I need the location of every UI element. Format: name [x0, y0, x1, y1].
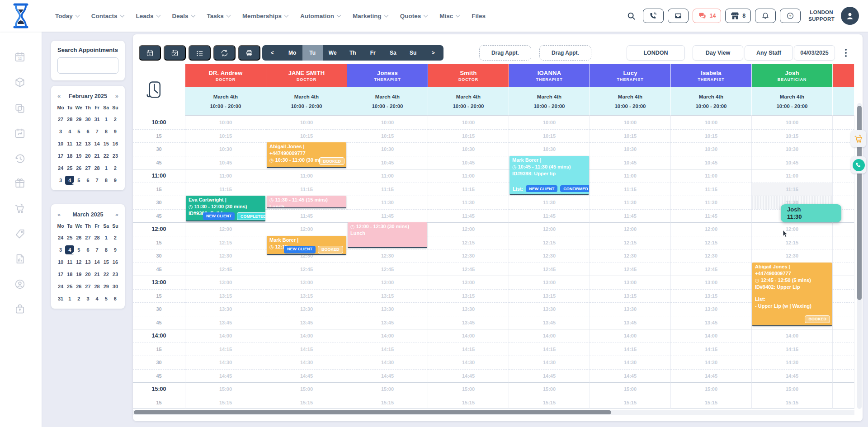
- appt-abigail-jones-1245[interactable]: Abigail Jones |+447490009777◷ 12:45 - 12…: [752, 263, 832, 326]
- time-slot[interactable]: [833, 222, 854, 236]
- calendar-day[interactable]: 5: [74, 176, 83, 185]
- time-slot[interactable]: [833, 249, 854, 263]
- time-slot[interactable]: 11:30: [347, 196, 428, 209]
- store-button[interactable]: 8: [725, 9, 751, 23]
- calendar-day[interactable]: 2: [111, 115, 120, 124]
- time-slot[interactable]: 11:00: [185, 169, 266, 183]
- calendar-check-button[interactable]: [164, 45, 186, 61]
- time-slot[interactable]: 12:00: [428, 222, 509, 236]
- horizontal-scrollbar[interactable]: [133, 410, 854, 415]
- time-slot[interactable]: 11:45: [428, 209, 509, 223]
- calendar-day[interactable]: 18: [65, 270, 74, 279]
- calendar-day[interactable]: 31: [56, 294, 65, 303]
- weekday-th[interactable]: Th: [343, 45, 363, 61]
- time-slot[interactable]: 10:45: [347, 156, 428, 169]
- time-slot[interactable]: 14:15: [509, 343, 590, 356]
- time-slot[interactable]: 15:00: [347, 382, 428, 396]
- time-slot[interactable]: 10:30: [752, 142, 833, 156]
- time-slot[interactable]: 10:00: [752, 116, 833, 129]
- time-slot[interactable]: 14:00: [752, 329, 833, 343]
- time-slot[interactable]: 13:00: [347, 276, 428, 289]
- calendar-next-button[interactable]: »: [115, 211, 118, 218]
- nav-item-deals[interactable]: Deals: [172, 13, 195, 19]
- time-slot[interactable]: 10:45: [752, 156, 833, 169]
- week-prev-button[interactable]: <: [262, 45, 283, 61]
- time-slot[interactable]: 12:45: [185, 263, 266, 276]
- calendar-day[interactable]: 13: [83, 258, 92, 267]
- sidebar-calendar-date-icon[interactable]: 12: [14, 51, 26, 63]
- quick-cart-button[interactable]: [851, 130, 866, 147]
- sidebar-history-icon[interactable]: [14, 153, 26, 164]
- time-slot[interactable]: 10:15: [752, 129, 833, 143]
- calendar-day[interactable]: 19: [74, 151, 83, 160]
- time-slot[interactable]: 13:30: [266, 302, 347, 316]
- time-slot[interactable]: [833, 396, 854, 409]
- time-slot[interactable]: 15:00: [671, 382, 752, 396]
- calendar-next-button[interactable]: »: [115, 93, 118, 99]
- time-slot[interactable]: 12:30: [752, 249, 833, 263]
- staff-header[interactable]: IsabelaTHERAPIST: [671, 64, 752, 87]
- time-slot[interactable]: 12:00: [509, 222, 590, 236]
- time-slot[interactable]: 10:00: [509, 116, 590, 129]
- time-slot[interactable]: 12:15: [185, 236, 266, 249]
- time-slot[interactable]: 15:15: [509, 396, 590, 409]
- time-slot[interactable]: 12:00: [752, 222, 833, 236]
- staff-select[interactable]: Any Staff: [745, 45, 793, 61]
- time-slot[interactable]: 14:45: [509, 369, 590, 383]
- time-slot[interactable]: 11:45: [509, 209, 590, 223]
- time-slot[interactable]: [833, 116, 854, 129]
- time-slot[interactable]: 15:15: [185, 396, 266, 409]
- appt-mark-borer-1215[interactable]: Mark Borer |◷ 12:15 -NEW CLIENTBOOKED: [267, 236, 346, 255]
- time-slot[interactable]: 14:45: [347, 369, 428, 383]
- time-slot[interactable]: 13:00: [671, 276, 752, 289]
- calendar-day[interactable]: 16: [111, 258, 120, 267]
- time-slot[interactable]: 12:15: [509, 236, 590, 249]
- time-slot[interactable]: 13:00: [185, 276, 266, 289]
- time-slot[interactable]: [833, 356, 854, 369]
- calendar-day[interactable]: 15: [102, 139, 111, 148]
- time-slot[interactable]: [833, 316, 854, 329]
- sidebar-gift-icon[interactable]: [14, 177, 26, 189]
- time-slot[interactable]: 12:15: [752, 236, 833, 249]
- time-slot[interactable]: 13:45: [671, 316, 752, 329]
- time-slot[interactable]: [833, 289, 854, 303]
- time-slot[interactable]: 13:00: [428, 276, 509, 289]
- time-slot[interactable]: 11:30: [671, 196, 752, 209]
- calendar-day[interactable]: 7: [93, 245, 102, 254]
- time-slot[interactable]: 13:45: [185, 316, 266, 329]
- sidebar-report-icon[interactable]: [14, 253, 26, 265]
- time-slot[interactable]: [833, 236, 854, 249]
- nav-item-today[interactable]: Today: [55, 13, 79, 19]
- appt-mark-borer-1045[interactable]: Mark Borer |◷ 10:45 - 11:30 (45 mins)ID#…: [509, 156, 589, 195]
- calendar-day[interactable]: 10: [56, 258, 65, 267]
- time-slot[interactable]: 11:15: [752, 183, 833, 196]
- time-slot[interactable]: 15:00: [509, 382, 590, 396]
- time-slot[interactable]: 10:15: [347, 129, 428, 143]
- appt-lunch-jane[interactable]: ◷ 11:30 - 11:45 (15 mins)Lunch: [267, 196, 346, 208]
- calendar-day[interactable]: 17: [56, 151, 65, 160]
- staff-header[interactable]: JoshBEAUTICIAN: [752, 64, 833, 87]
- time-slot[interactable]: 11:00: [266, 169, 347, 183]
- search-icon[interactable]: [627, 11, 636, 21]
- calendar-day[interactable]: 10: [56, 139, 65, 148]
- time-slot[interactable]: 14:30: [185, 356, 266, 369]
- calendar-day[interactable]: 9: [111, 176, 120, 185]
- calendar-day[interactable]: 25: [65, 164, 74, 173]
- calendar-day[interactable]: 6: [83, 245, 92, 254]
- avatar[interactable]: [841, 7, 859, 25]
- weekday-su[interactable]: Su: [403, 45, 424, 61]
- help-button[interactable]: ?: [780, 9, 801, 23]
- time-slot[interactable]: [833, 183, 854, 196]
- time-slot[interactable]: 13:00: [590, 276, 671, 289]
- weekday-fr[interactable]: Fr: [363, 45, 383, 61]
- time-slot[interactable]: 10:00: [266, 116, 347, 129]
- time-slot[interactable]: 11:15: [266, 183, 347, 196]
- time-slot[interactable]: 10:45: [428, 156, 509, 169]
- time-slot[interactable]: 12:45: [347, 263, 428, 276]
- time-slot[interactable]: 13:30: [671, 302, 752, 316]
- weekday-sa[interactable]: Sa: [383, 45, 403, 61]
- nav-item-memberships[interactable]: Memberships: [242, 13, 288, 19]
- sidebar-price-tag-icon[interactable]: [14, 228, 26, 240]
- time-slot[interactable]: 14:15: [752, 343, 833, 356]
- sidebar-cart-icon[interactable]: [14, 202, 26, 214]
